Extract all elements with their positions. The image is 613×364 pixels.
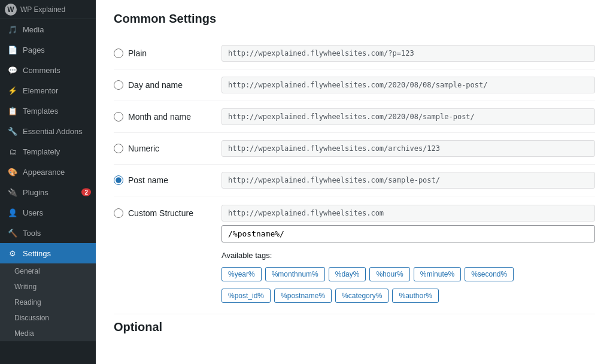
comments-icon: 💬 xyxy=(7,65,18,75)
sidebar-item-media[interactable]: 🎵 Media xyxy=(0,19,96,40)
day-and-name-radio-label[interactable]: Day and name xyxy=(114,80,210,90)
sidebar-item-comments[interactable]: 💬 Comments xyxy=(0,60,96,80)
plugins-icon: 🔌 xyxy=(7,187,18,198)
tags-row-1: %year% %monthnum% %day% %hour% %minute% … xyxy=(221,267,595,281)
custom-structure-radio-label[interactable]: Custom Structure xyxy=(114,208,210,218)
day-and-name-radio[interactable] xyxy=(114,80,123,90)
post-name-url: http://wpexplained.flywheelsites.com/sam… xyxy=(221,172,595,189)
post-name-radio-label[interactable]: Post name xyxy=(114,175,210,185)
sidebar-item-elementor[interactable]: ⚡ Elementor xyxy=(0,80,96,101)
sidebar-subitem-discussion[interactable]: Discussion xyxy=(0,310,96,326)
month-and-name-url: http://wpexplained.flywheelsites.com/202… xyxy=(221,108,595,125)
sidebar-item-pages[interactable]: 📄 Pages xyxy=(0,40,96,60)
sidebar-item-appearance[interactable]: 🎨 Appearance xyxy=(0,162,96,182)
sidebar-item-settings[interactable]: ⚙ Settings xyxy=(0,243,96,263)
post-name-radio[interactable] xyxy=(114,175,123,185)
sidebar-subitem-writing[interactable]: Writing xyxy=(0,279,96,295)
tag-post-id[interactable]: %post_id% xyxy=(221,289,271,303)
custom-structure-input[interactable] xyxy=(221,225,595,242)
plain-radio-label[interactable]: Plain xyxy=(114,48,210,58)
plugins-badge: 2 xyxy=(81,189,91,196)
tools-icon: 🔨 xyxy=(7,228,18,238)
permalink-row-day-and-name: Day and name http://wpexplained.flywheel… xyxy=(114,69,595,101)
tag-postname[interactable]: %postname% xyxy=(274,289,332,303)
templately-icon: 🗂 xyxy=(7,146,18,157)
permalink-row-month-and-name: Month and name http://wpexplained.flywhe… xyxy=(114,101,595,133)
sidebar-item-templately[interactable]: 🗂 Templately xyxy=(0,141,96,162)
settings-submenu: General Writing Reading Discussion Media xyxy=(0,263,96,341)
tag-author[interactable]: %author% xyxy=(392,289,438,303)
plain-radio[interactable] xyxy=(114,48,123,58)
media-icon: 🎵 xyxy=(7,24,18,35)
month-and-name-radio-label[interactable]: Month and name xyxy=(114,112,210,122)
available-tags-label: Available tags: xyxy=(221,251,595,260)
admin-bar: W WP Explained xyxy=(0,0,96,19)
appearance-icon: 🎨 xyxy=(7,166,18,177)
custom-structure-radio[interactable] xyxy=(114,208,123,218)
wp-logo-icon: W xyxy=(5,4,17,16)
section-title: Common Settings xyxy=(114,12,595,26)
permalink-row-post-name: Post name http://wpexplained.flywheelsit… xyxy=(114,165,595,196)
custom-structure-section: http://wpexplained.flywheelsites.com Ava… xyxy=(221,205,595,307)
month-and-name-radio[interactable] xyxy=(114,112,123,122)
elementor-icon: ⚡ xyxy=(7,85,18,96)
tag-hour[interactable]: %hour% xyxy=(369,267,409,281)
tag-minute[interactable]: %minute% xyxy=(414,267,461,281)
sidebar-item-plugins[interactable]: 🔌 Plugins 2 xyxy=(0,182,96,202)
templates-icon: 📋 xyxy=(7,105,18,116)
sidebar-menu: 🎵 Media 📄 Pages 💬 Comments ⚡ Elementor 📋… xyxy=(0,19,96,364)
tag-year[interactable]: %year% xyxy=(221,267,262,281)
optional-section-title: Optional xyxy=(114,320,595,334)
sidebar-item-templates[interactable]: 📋 Templates xyxy=(0,101,96,121)
numeric-radio[interactable] xyxy=(114,144,123,153)
tag-second[interactable]: %second% xyxy=(465,267,514,281)
day-and-name-url: http://wpexplained.flywheelsites.com/202… xyxy=(221,77,595,93)
essential-addons-icon: 🔧 xyxy=(7,126,18,136)
tag-day[interactable]: %day% xyxy=(329,267,366,281)
tag-monthnum[interactable]: %monthnum% xyxy=(265,267,325,281)
numeric-radio-label[interactable]: Numeric xyxy=(114,144,210,153)
sidebar-item-tools[interactable]: 🔨 Tools xyxy=(0,223,96,243)
users-icon: 👤 xyxy=(7,207,18,218)
permalink-row-numeric: Numeric http://wpexplained.flywheelsites… xyxy=(114,133,595,165)
site-name[interactable]: WP Explained xyxy=(20,5,65,14)
sidebar-item-essential-addons[interactable]: 🔧 Essential Addons xyxy=(0,121,96,141)
sidebar-subitem-general[interactable]: General xyxy=(0,263,96,279)
pages-icon: 📄 xyxy=(7,44,18,55)
custom-structure-url-base: http://wpexplained.flywheelsites.com xyxy=(221,205,595,222)
settings-icon: ⚙ xyxy=(7,248,18,259)
plain-url: http://wpexplained.flywheelsites.com/?p=… xyxy=(221,45,595,62)
tags-row-2: %post_id% %postname% %category% %author% xyxy=(221,289,595,303)
numeric-url: http://wpexplained.flywheelsites.com/arc… xyxy=(221,140,595,157)
sidebar-subitem-media[interactable]: Media xyxy=(0,326,96,341)
sidebar-item-users[interactable]: 👤 Users xyxy=(0,202,96,223)
permalink-row-plain: Plain http://wpexplained.flywheelsites.c… xyxy=(114,38,595,69)
permalink-row-custom: Custom Structure http://wpexplained.flyw… xyxy=(114,196,595,314)
main-content: Common Settings Plain http://wpexplained… xyxy=(96,0,613,364)
tag-category[interactable]: %category% xyxy=(335,289,389,303)
sidebar-subitem-reading[interactable]: Reading xyxy=(0,295,96,310)
